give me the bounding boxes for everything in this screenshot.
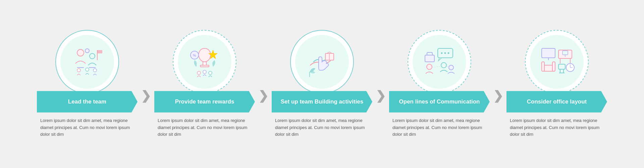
svg-point-7: [93, 69, 97, 72]
svg-point-20: [441, 52, 443, 54]
svg-line-27: [432, 66, 440, 68]
arrow-3: ❯: [376, 65, 386, 103]
step-1-title: Lead the team: [68, 98, 106, 106]
step-5-banner: Consider office layout: [506, 91, 607, 113]
svg-point-6: [86, 68, 89, 71]
step-2-description: Lorem ipsum dolor sit dim amet, mea regi…: [154, 117, 255, 138]
step-2-circle: %: [173, 30, 236, 94]
svg-point-26: [449, 65, 453, 70]
svg-point-1: [90, 53, 95, 59]
svg-rect-37: [558, 64, 565, 69]
step-5: Consider office layout Lorem ipsum dolor…: [500, 30, 614, 138]
svg-text:%: %: [193, 53, 196, 57]
svg-point-14: [203, 70, 206, 74]
arrow-4: ❯: [493, 65, 503, 103]
svg-point-0: [77, 49, 84, 56]
step-1-banner: Lead the team: [37, 91, 138, 113]
svg-rect-35: [562, 51, 568, 55]
step-1: Lead the team Lorem ipsum dolor sit dim …: [30, 30, 144, 138]
step-5-description: Lorem ipsum dolor sit dim amet, mea regi…: [506, 117, 607, 138]
lead-icon: [69, 43, 106, 80]
svg-rect-29: [542, 48, 555, 58]
svg-rect-23: [425, 55, 434, 62]
office-icon: [538, 43, 575, 80]
step-3-title: Set up team Building activities: [281, 98, 364, 106]
step-5-title: Consider office layout: [527, 98, 587, 106]
arrow-2: ❯: [258, 65, 268, 103]
svg-rect-42: [542, 62, 544, 71]
arrow-2-icon: ❯: [258, 89, 268, 103]
arrow-1-icon: ❯: [141, 89, 151, 103]
svg-point-24: [427, 64, 432, 70]
arrow-3-icon: ❯: [376, 89, 386, 103]
step-1-circle: [55, 30, 119, 94]
communication-icon: [421, 43, 458, 80]
step-2-title: Provide team rewards: [175, 98, 234, 106]
step-3-description: Lorem ipsum dolor sit dim amet, mea regi…: [272, 117, 372, 138]
svg-point-22: [448, 52, 449, 54]
step-2-banner: Provide team rewards: [154, 91, 255, 113]
svg-line-28: [446, 66, 449, 68]
svg-point-15: [209, 71, 212, 75]
step-1-description: Lorem ipsum dolor sit dim amet, mea regi…: [37, 117, 138, 138]
step-4-banner: Open lines of Communication: [389, 91, 490, 113]
infographic: Lead the team Lorem ipsum dolor sit dim …: [3, 3, 641, 165]
arrow-1: ❯: [141, 65, 151, 103]
step-4-circle: [408, 30, 471, 94]
svg-point-2: [85, 49, 89, 53]
svg-point-13: [197, 71, 201, 75]
svg-rect-9: [200, 65, 209, 67]
step-4-description: Lorem ipsum dolor sit dim amet, mea regi…: [389, 117, 490, 138]
arrow-4-icon: ❯: [493, 89, 503, 103]
svg-point-25: [441, 62, 446, 68]
step-5-circle: [525, 30, 589, 94]
rewards-icon: %: [186, 43, 223, 80]
step-3: Set up team Building activities Lorem ip…: [265, 30, 379, 138]
activities-icon: [304, 43, 340, 80]
step-4-title: Open lines of Communication: [399, 98, 480, 106]
step-3-banner: Set up team Building activities: [272, 91, 372, 113]
svg-rect-43: [552, 62, 555, 71]
step-3-circle: [290, 30, 354, 94]
step-4: Open lines of Communication Lorem ipsum …: [382, 30, 496, 138]
svg-point-5: [77, 69, 80, 72]
step-2: % Provide team rewards Lorem ipsum dolor…: [148, 30, 262, 138]
svg-rect-4: [97, 50, 102, 53]
svg-rect-8: [203, 62, 206, 65]
svg-point-21: [444, 52, 446, 54]
